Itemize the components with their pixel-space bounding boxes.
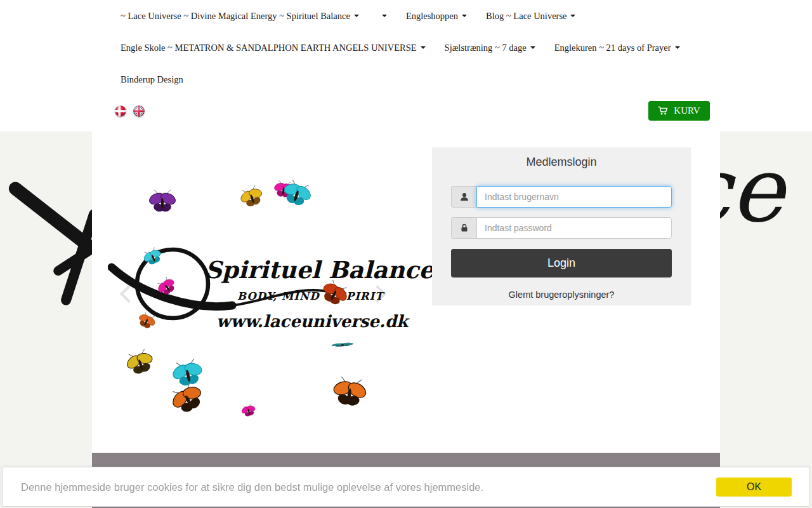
nav-item[interactable]: Blog ~ Lace Universe: [476, 11, 585, 22]
cart-label: KURV: [674, 105, 700, 116]
username-input-group: [451, 186, 672, 208]
nav-item[interactable]: Englekuren ~ 21 days of Prayer: [545, 43, 690, 53]
butterfly-icon: [163, 375, 213, 424]
nav-item-label: Englekuren ~ 21 days of Prayer: [554, 43, 671, 53]
butterfly-icon: [327, 371, 372, 415]
nav-item-label: Blog ~ Lace Universe: [486, 11, 566, 22]
logo-url: www.laceuniverse.dk: [216, 312, 408, 331]
butterfly-icon: [276, 173, 318, 215]
cookie-banner: Denne hjemmeside bruger cookies for at s…: [2, 467, 810, 507]
login-button[interactable]: Login: [451, 249, 672, 277]
butterfly-icon: [167, 353, 209, 395]
forgot-credentials-link[interactable]: Glemt brugeroplysninger?: [451, 290, 672, 300]
nav-item-label: ~ Lace Universe ~ Divine Magical Energy …: [121, 11, 350, 22]
nav-item-label: Sjælstræning ~ 7 dage: [445, 43, 527, 53]
cookie-message: Denne hjemmeside bruger cookies for at s…: [21, 481, 483, 493]
butterfly-icon: [120, 343, 160, 383]
login-title: Medlemslogin: [451, 155, 672, 169]
password-input-group: [451, 217, 672, 239]
chevron-down-icon: [382, 15, 387, 17]
nav-item[interactable]: Sjælstræning ~ 7 dage: [435, 43, 545, 53]
nav-item[interactable]: ~ Lace Universe ~ Divine Magical Energy …: [111, 11, 369, 22]
nav-item-label: Engleshoppen: [406, 11, 458, 22]
chevron-down-icon: [421, 46, 426, 49]
username-input[interactable]: [476, 186, 672, 208]
nav-item[interactable]: Engle Skole ~ METATRON & SANDALPHON EART…: [111, 43, 435, 53]
nav-item[interactable]: Engleshoppen: [396, 11, 476, 22]
person-icon: [451, 186, 476, 208]
cart-icon: [658, 106, 668, 116]
cookie-ok-button[interactable]: OK: [716, 478, 792, 497]
chevron-down-icon: [530, 46, 535, 49]
language-switcher: [115, 105, 145, 117]
nav-item[interactable]: Binderup Design: [111, 74, 193, 85]
chevron-down-icon: [570, 15, 575, 17]
nav-menu: ~ Lace Universe ~ Divine Magical Energy …: [111, 0, 695, 95]
site-header: ~ Lace Universe ~ Divine Magical Energy …: [0, 0, 812, 131]
chevron-down-icon: [675, 46, 680, 49]
nav-item[interactable]: [369, 15, 396, 17]
nav-item-label: Engle Skole ~ METATRON & SANDALPHON EART…: [121, 43, 417, 53]
butterfly-icon: [235, 180, 269, 215]
cart-button[interactable]: KURV: [648, 101, 710, 121]
uk-flag-icon[interactable]: [133, 105, 145, 117]
logo-title: Spirituel Balance: [205, 256, 434, 284]
member-login-panel: Medlemslogin Login Glemt brugeroplysning…: [432, 147, 691, 305]
butterfly-icon: [147, 186, 178, 218]
nav-item-label: Binderup Design: [121, 74, 183, 85]
password-input[interactable]: [476, 217, 672, 239]
main-content: Spirituel Balance BODY, MIND & SPIRIT ww…: [92, 131, 720, 453]
butterfly-icon: [329, 342, 356, 348]
lock-icon: [451, 217, 476, 239]
chevron-down-icon: [462, 15, 467, 17]
danish-flag-icon[interactable]: [115, 105, 126, 117]
butterfly-icon: [271, 177, 297, 203]
butterfly-icon: [239, 401, 259, 421]
chevron-down-icon: [354, 15, 359, 17]
logo-subtitle: BODY, MIND & SPIRIT: [237, 290, 384, 302]
